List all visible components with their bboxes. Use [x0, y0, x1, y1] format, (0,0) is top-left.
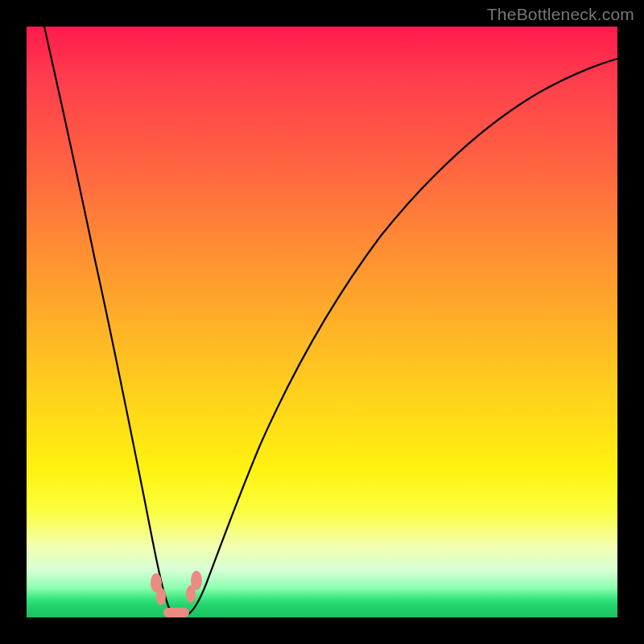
watermark-label: TheBottleneck.com: [487, 5, 634, 24]
valley-floor-marker: [163, 608, 189, 617]
valley-left-marker-2: [156, 588, 166, 605]
valley-right-marker-2: [186, 585, 196, 603]
valley-markers: [151, 571, 202, 617]
bottleneck-curve: [44, 27, 617, 617]
curve-layer: [27, 27, 617, 617]
plot-area: [27, 27, 617, 617]
chart-frame: TheBottleneck.com: [0, 0, 644, 644]
